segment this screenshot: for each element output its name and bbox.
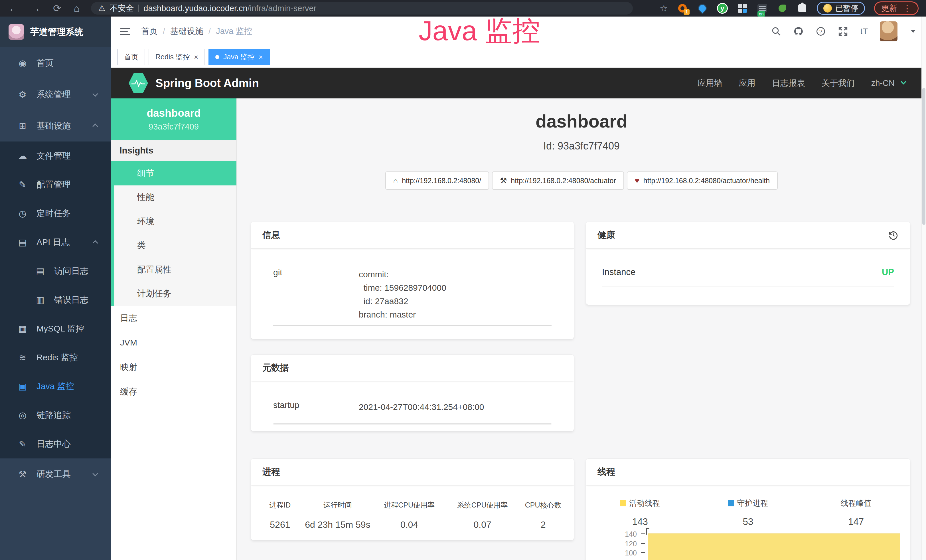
heart-icon: ♥	[635, 176, 639, 185]
row-divider	[602, 286, 894, 286]
service-url-button[interactable]: ⌂ http://192.168.0.2:48080/	[385, 171, 489, 190]
sba-topbar: Spring Boot Admin 应用墙 应用 日志报表 关于我们 zh-CN	[111, 68, 926, 98]
tab-redis-monitor[interactable]: Redis 监控 ×	[148, 49, 205, 65]
extension-leaf-icon[interactable]	[777, 3, 788, 14]
font-size-icon[interactable]: tT	[860, 27, 868, 36]
process-id-value: 5261	[257, 519, 303, 530]
legend-peak-threads: 线程峰值 147	[802, 498, 910, 527]
chevron-down-icon	[92, 91, 98, 97]
tab-java-monitor[interactable]: Java 监控 ×	[209, 49, 270, 65]
breadcrumb-home[interactable]: 首页	[141, 26, 158, 37]
sba-nav-applications[interactable]: 应用	[739, 77, 755, 89]
menu-item-logs[interactable]: 日志	[111, 306, 236, 330]
address-bar[interactable]: ⚠ 不安全 dashboard.yudao.iocoder.cn/infra/a…	[91, 2, 633, 15]
update-label: 更新	[881, 3, 897, 14]
close-icon[interactable]: ×	[194, 53, 198, 61]
sidebar-item-java-monitor[interactable]: ▣ Java 监控	[0, 372, 111, 401]
threads-area-chart	[647, 529, 900, 560]
app-logo[interactable]: 芋道管理系统	[0, 17, 111, 47]
legend-live-threads: 活动线程 143	[586, 498, 694, 527]
locale-caret-icon	[900, 79, 906, 85]
extension-orange-icon[interactable]: 1	[677, 3, 688, 14]
user-menu-caret-icon[interactable]	[911, 30, 916, 33]
sba-nav-journal[interactable]: 日志报表	[772, 77, 805, 89]
extension-grid-icon[interactable]	[737, 3, 748, 14]
health-card: 健康 Instance UP	[586, 222, 910, 305]
page-scrollbar[interactable]	[921, 17, 926, 560]
sba-locale-select[interactable]: zh-CN	[871, 79, 895, 88]
browser-actions: ☆ 1 y on 已暂停 更新 ⋮	[660, 2, 926, 15]
browser-menu-icon[interactable]: ⋮	[903, 3, 911, 14]
menu-item-config-props[interactable]: 配置属性	[114, 257, 236, 282]
actuator-url-button[interactable]: ⚒ http://192.168.0.2:48080/actuator	[492, 171, 624, 190]
sidebar-item-home[interactable]: ◉ 首页	[0, 47, 111, 79]
sidebar-item-infra[interactable]: ⊞ 基础设施	[0, 110, 111, 141]
extensions-puzzle-icon[interactable]	[797, 3, 808, 14]
fullscreen-icon[interactable]	[838, 26, 848, 36]
active-tab-dot	[215, 55, 219, 59]
paused-profile-pill[interactable]: 已暂停	[817, 2, 865, 15]
scrollbar-thumb[interactable]	[922, 88, 925, 225]
github-icon[interactable]	[793, 26, 803, 36]
menu-item-details[interactable]: 细节	[114, 161, 236, 185]
search-icon[interactable]	[771, 26, 781, 36]
cloud-icon: ☁	[16, 151, 29, 161]
bookmark-star-icon[interactable]: ☆	[660, 3, 668, 14]
user-avatar[interactable]	[880, 21, 897, 41]
sidebar-item-tracing[interactable]: ◎ 链路追踪	[0, 401, 111, 430]
sidebar-item-mysql-monitor[interactable]: ▦ MySQL 监控	[0, 314, 111, 343]
help-icon[interactable]: ?	[816, 26, 826, 36]
sidebar-item-error-log[interactable]: ▥ 错误日志	[0, 286, 111, 314]
menu-item-environment[interactable]: 环境	[114, 209, 236, 234]
menu-item-mappings[interactable]: 映射	[111, 355, 236, 380]
forward-icon[interactable]: →	[31, 3, 41, 14]
log-icon: ▥	[34, 295, 47, 305]
sba-nav: 应用墙 应用 日志报表 关于我们 zh-CN	[698, 77, 926, 89]
tab-home[interactable]: 首页	[117, 49, 145, 65]
sidebar-item-file-manage[interactable]: ☁ 文件管理	[0, 141, 111, 170]
sidebar-item-log-center[interactable]: ✎ 日志中心	[0, 430, 111, 459]
extension-y-icon[interactable]: y	[717, 3, 728, 14]
extension-pin-icon[interactable]	[697, 3, 708, 14]
extension-onetab-icon[interactable]: on	[757, 3, 768, 14]
menu-item-classes[interactable]: 类	[114, 234, 236, 258]
menu-item-caches[interactable]: 缓存	[111, 380, 236, 404]
browser-update-button[interactable]: 更新 ⋮	[874, 2, 918, 15]
sidebar-item-access-log[interactable]: ▤ 访问日志	[0, 257, 111, 286]
sidebar-item-config-manage[interactable]: ✎ 配置管理	[0, 170, 111, 199]
sba-nav-wallboard[interactable]: 应用墙	[698, 77, 722, 89]
clock-icon: ◷	[16, 208, 29, 219]
browser-home-icon[interactable]: ⌂	[74, 3, 80, 14]
close-icon[interactable]: ×	[259, 53, 263, 61]
uptime-value: 6d 23h 15m 59s	[303, 519, 372, 530]
wrench-icon: ⚒	[500, 176, 507, 185]
sidebar-item-api-log[interactable]: ▤ API 日志	[0, 228, 111, 257]
sba-logo-icon	[129, 73, 148, 94]
pen-icon: ✎	[16, 439, 29, 449]
not-secure-icon: ⚠	[98, 4, 105, 13]
sidebar-item-dev-tools[interactable]: ⚒ 研发工具	[0, 459, 111, 490]
menu-item-metrics[interactable]: 性能	[114, 185, 236, 210]
not-secure-label[interactable]: 不安全	[110, 3, 134, 14]
menu-item-scheduled-tasks[interactable]: 计划任务	[114, 282, 236, 306]
breadcrumb-infra[interactable]: 基础设施	[170, 26, 203, 37]
legend-daemon-threads: 守护进程 53	[694, 498, 802, 527]
sidebar-item-scheduled-jobs[interactable]: ◷ 定时任务	[0, 199, 111, 228]
reload-icon[interactable]: ⟳	[53, 3, 61, 14]
chevron-down-icon	[92, 471, 98, 477]
menu-item-jvm[interactable]: JVM	[111, 330, 236, 355]
yellow-swatch	[620, 500, 626, 506]
process-cpu-value: 0.04	[372, 519, 446, 530]
sidebar-collapse-icon[interactable]	[120, 28, 130, 35]
instance-label: Instance	[602, 267, 635, 277]
history-icon[interactable]	[888, 230, 899, 241]
sidebar-item-redis-monitor[interactable]: ≋ Redis 监控	[0, 343, 111, 372]
sba-nav-about[interactable]: 关于我们	[822, 77, 855, 89]
health-url-button[interactable]: ♥ http://192.168.0.2:48080/actuator/heal…	[627, 171, 778, 190]
status-badge: UP	[882, 267, 894, 277]
peak-threads-value: 147	[802, 516, 910, 527]
instance-links: ⌂ http://192.168.0.2:48080/ ⚒ http://192…	[237, 171, 926, 190]
back-icon[interactable]: ←	[9, 3, 18, 14]
row-divider	[273, 325, 552, 326]
sidebar-item-system[interactable]: ⚙ 系统管理	[0, 79, 111, 110]
